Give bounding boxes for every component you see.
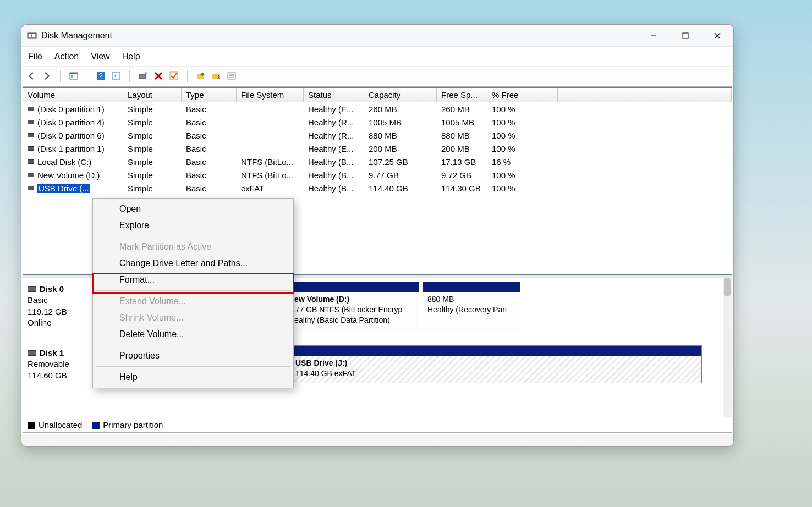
volume-icon [28,107,34,111]
col-volume[interactable]: Volume [23,88,123,102]
partition-body: 880 MBHealthy (Recovery Part [423,292,520,332]
menu-view[interactable]: View [91,52,109,62]
cm-format[interactable]: Format... [93,272,293,288]
volume-row[interactable]: (Disk 0 partition 6)SimpleBasicHealthy (… [23,129,732,142]
volume-icon [28,133,34,137]
menu-action[interactable]: Action [54,52,79,62]
col-capacity[interactable]: Capacity [364,88,437,102]
legend-primary-swatch [92,422,100,429]
menu-file[interactable]: File [28,52,42,62]
volume-row[interactable]: New Volume (D:)SimpleBasicNTFS (BitLo...… [23,168,732,181]
context-menu: Open Explore Mark Partition as Active Ch… [92,198,294,388]
legend-unallocated-swatch [28,422,35,429]
window-controls [638,25,733,47]
svg-rect-1 [29,34,31,37]
volume-name: (Disk 0 partition 6) [37,131,105,140]
help-button[interactable]: ? [94,70,107,82]
partition-header [291,346,701,356]
scrollbar-vertical[interactable] [723,278,732,417]
folder-up-icon[interactable] [194,70,207,82]
volume-header-row: Volume Layout Type File System Status Ca… [23,87,732,102]
svg-rect-2 [32,34,35,37]
col-pctfree[interactable]: % Free [487,88,558,102]
volume-row[interactable]: (Disk 0 partition 4)SimpleBasicHealthy (… [23,115,732,129]
col-type[interactable]: Type [182,88,237,102]
cm-mark-active: Mark Partition as Active [93,239,293,255]
close-button[interactable] [701,25,733,47]
window-title: Disk Management [41,31,112,41]
partition-body: New Volume (D:)9.77 GB NTFS (BitLocker E… [284,292,419,332]
partition-header [284,282,419,292]
volume-name: New Volume (D:) [37,170,100,180]
partition[interactable]: USB Drive (J:)114.40 GB exFAT [290,345,702,383]
legend: Unallocated Primary partition [23,417,732,432]
cm-shrink: Shrink Volume... [93,310,293,326]
scrollbar-thumb[interactable] [724,278,731,296]
partition[interactable]: New Volume (D:)9.77 GB NTFS (BitLocker E… [284,282,419,332]
titlebar: Disk Management [21,25,733,47]
svg-rect-9 [71,75,73,78]
statusbar [21,434,733,446]
cm-help[interactable]: Help [93,369,293,385]
volume-name: Local Disk (C:) [37,157,91,167]
partition[interactable]: 880 MBHealthy (Recovery Part [423,282,520,332]
disk-icon [28,286,36,292]
menubar: File Action View Help [21,47,733,67]
cm-delete[interactable]: Delete Volume... [93,326,293,343]
cm-extend: Extend Volume... [93,293,293,310]
volume-row[interactable]: Local Disk (C:)SimpleBasicNTFS (BitLo...… [23,155,732,168]
cm-properties[interactable]: Properties [93,348,293,364]
col-filesystem[interactable]: File System [237,88,304,102]
app-icon [27,31,37,41]
cm-open[interactable]: Open [93,201,293,217]
maximize-button[interactable] [670,25,701,47]
col-freespace[interactable]: Free Sp... [437,88,487,102]
svg-rect-8 [70,73,78,74]
volume-name: (Disk 0 partition 1) [37,104,105,114]
cm-explore[interactable]: Explore [93,217,293,234]
volume-icon [28,159,34,164]
show-hide-button[interactable] [67,70,80,82]
volume-row[interactable]: USB Drive (...SimpleBasicexFATHealthy (B… [23,181,732,195]
menu-help[interactable]: Help [122,52,140,62]
rescan-icon[interactable] [136,70,150,82]
toolbar: ? [21,67,733,85]
svg-point-14 [145,72,147,74]
back-button[interactable] [25,70,38,82]
partition-header [423,282,520,292]
minimize-button[interactable] [638,25,670,47]
svg-text:?: ? [99,72,103,80]
svg-rect-13 [139,74,146,79]
disk-icon [28,350,36,356]
volume-row[interactable]: (Disk 1 partition 1)SimpleBasicHealthy (… [23,142,732,155]
list-settings-icon[interactable] [225,70,238,82]
svg-rect-12 [112,73,120,79]
check-icon[interactable] [167,70,180,82]
forward-button[interactable] [40,70,53,82]
volume-name: (Disk 1 partition 1) [37,144,105,153]
volume-icon [28,120,34,124]
folder-search-icon[interactable] [210,70,223,82]
refresh-button[interactable] [109,70,123,82]
volume-icon [28,146,34,151]
partition-body: USB Drive (J:)114.40 GB exFAT [291,356,701,383]
volume-name: (Disk 0 partition 4) [37,118,105,127]
delete-icon[interactable] [152,70,165,82]
volume-name: USB Drive (... [37,184,90,193]
volume-icon [28,186,34,190]
volume-icon [28,173,34,177]
col-layout[interactable]: Layout [123,88,182,102]
cm-change-letter[interactable]: Change Drive Letter and Paths... [93,255,293,272]
volume-row[interactable]: (Disk 0 partition 1)SimpleBasicHealthy (… [23,102,732,115]
svg-rect-4 [683,33,688,38]
col-status[interactable]: Status [304,88,364,102]
